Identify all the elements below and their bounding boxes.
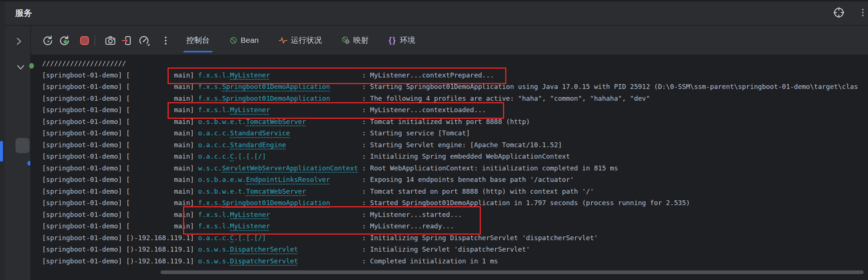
tab-health-label: 运行状况 xyxy=(291,35,322,45)
mappings-globe-icon xyxy=(342,36,350,44)
header-more-options-icon[interactable] xyxy=(861,6,865,19)
logger-link[interactable]: StandardEngine xyxy=(230,141,286,149)
clipped-tree-node-icon xyxy=(27,161,30,166)
logger-link[interactable]: EndpointLinksResolver xyxy=(246,176,330,183)
active-tool-indicator xyxy=(0,141,3,162)
log-line: [springboot-01-demo] [ main] o.a.c.c.C.[… xyxy=(42,151,858,162)
rerun-button[interactable] xyxy=(41,34,54,47)
exit-button[interactable] xyxy=(121,34,133,47)
thread-dump-camera-icon[interactable] xyxy=(104,34,117,47)
horizontal-scrollbar[interactable] xyxy=(161,270,864,274)
tab-health[interactable]: 运行状况 xyxy=(274,26,326,55)
tool-window-header: 服务 xyxy=(5,1,868,26)
log-line: [springboot-01-demo] [ main] o.s.b.a.e.w… xyxy=(42,174,858,186)
tab-bean-label: Bean xyxy=(241,36,259,45)
logger-link[interactable]: DispatcherServlet xyxy=(230,245,298,253)
console-output[interactable]: /////////////////////[springboot-01-demo… xyxy=(31,55,868,280)
tab-console[interactable]: 控制台 xyxy=(182,26,214,55)
annotation-box-started-ready-highlight xyxy=(183,206,481,235)
annotation-box-contextLoaded-highlight xyxy=(168,102,504,119)
tab-environment-label: 环境 xyxy=(400,35,415,45)
tool-window-edge-stripe xyxy=(0,1,5,280)
run-toolbar: 控制台 Bean 运行状况 xyxy=(31,26,868,55)
log-line: [springboot-01-demo] [ main] o.s.b.w.e.t… xyxy=(42,186,858,197)
health-pulse-icon xyxy=(279,36,287,44)
log-line: [springboot-01-demo] [ main] o.a.c.c.Sta… xyxy=(42,139,858,151)
gauge-profiler-icon[interactable] xyxy=(138,34,150,47)
logger-link[interactable]: DispatcherServlet xyxy=(230,257,298,265)
log-line: [springboot-01-demo] [ main] w.s.c.Servl… xyxy=(42,162,858,174)
rerun-debug-button[interactable] xyxy=(58,34,70,47)
page-title: 服务 xyxy=(15,7,32,19)
tree-scrollbar-thumb[interactable] xyxy=(16,138,30,153)
tab-bean[interactable]: Bean xyxy=(225,26,263,55)
tab-environment[interactable]: {} 环境 xyxy=(384,26,420,55)
toolbar-more-options-icon[interactable] xyxy=(159,34,172,47)
tab-mappings-label: 映射 xyxy=(353,35,369,45)
logger-link[interactable]: ServletWebServerApplicationContext xyxy=(222,164,358,172)
tab-console-label: 控制台 xyxy=(186,35,210,45)
tab-mappings[interactable]: 映射 xyxy=(337,26,373,55)
log-line: [springboot-01-demo] [ main] o.a.c.c.Sta… xyxy=(42,127,858,139)
left-sidebar-strip xyxy=(5,26,30,280)
annotation-box-contextPrepared-highlight xyxy=(168,68,506,84)
clipped-springboot-node-icon xyxy=(29,63,34,69)
spring-bean-icon xyxy=(230,37,237,44)
expand-tree-chevron-right-icon[interactable] xyxy=(13,35,25,47)
log-line: [springboot-01-demo] [)-192.168.119.1] o… xyxy=(42,243,858,255)
collapse-node-chevron-down-icon[interactable] xyxy=(15,61,27,73)
console-tabs: 控制台 Bean 运行状况 xyxy=(182,26,420,55)
log-line: [springboot-01-demo] [)-192.168.119.1] o… xyxy=(42,255,858,267)
active-tab-underline xyxy=(183,51,213,52)
logger-link[interactable]: TomcatWebServer xyxy=(246,187,306,195)
braces-icon: {} xyxy=(389,35,396,45)
logger-link[interactable]: Springboot01DemoApplication xyxy=(222,94,330,102)
logger-link[interactable]: C xyxy=(230,234,234,242)
logger-link[interactable]: StandardService xyxy=(230,129,290,137)
target-locate-icon[interactable] xyxy=(833,6,845,19)
console-lines: /////////////////////[springboot-01-demo… xyxy=(42,58,858,267)
logger-link[interactable]: Springboot01DemoApplication xyxy=(222,199,330,207)
toolbar-separator xyxy=(94,35,95,46)
stop-button[interactable] xyxy=(78,34,91,47)
logger-link[interactable]: C xyxy=(230,152,234,160)
